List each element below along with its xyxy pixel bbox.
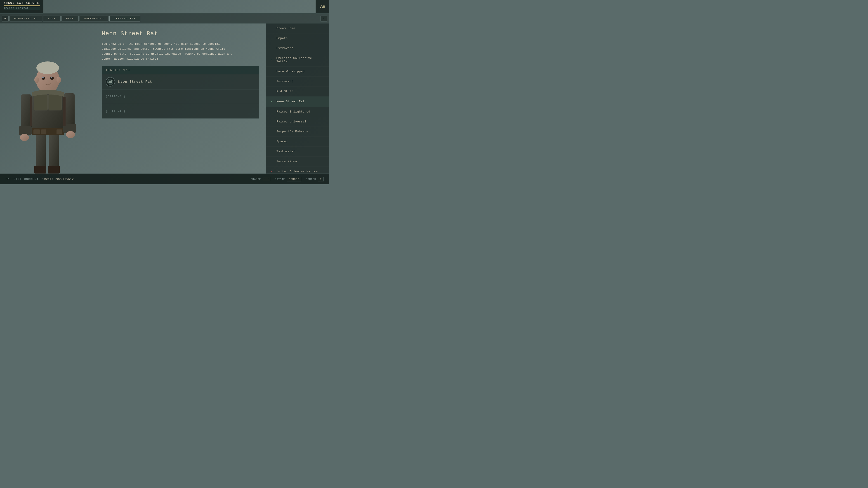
trait-list-item-label: Neon Street Rat	[276, 100, 305, 103]
traits-panel: TRAITS: 1/3	[102, 66, 259, 119]
trait-list-item-label: Raised Universal	[276, 120, 307, 123]
trait-slot-2[interactable]: {OPTIONAL}	[102, 90, 259, 104]
x-icon: ✕	[271, 170, 274, 173]
tab-face[interactable]: FACE	[61, 15, 79, 22]
trait-list-item[interactable]: ✓Neon Street Rat	[266, 96, 329, 107]
footer-controls: CHANGE ← → ROTATE MOUSE2 FINISH R	[251, 177, 324, 182]
trait-list-item[interactable]: Raised Universal	[266, 117, 329, 127]
trait-list-item-label: Empath	[276, 37, 288, 40]
trait-list-item-label: Extrovert	[276, 46, 293, 50]
tab-traits[interactable]: TRAITS: 1/3	[110, 15, 141, 22]
svg-point-26	[57, 76, 61, 83]
svg-rect-6	[49, 94, 61, 110]
trait-list-item[interactable]: Serpent's Embrace	[266, 127, 329, 137]
svg-point-25	[34, 76, 39, 83]
trait-list-item[interactable]: Hero Worshipped	[266, 67, 329, 76]
trait-list-item-label: Spaced	[276, 140, 288, 143]
record-locator: RECORD LOCATOR	[4, 7, 40, 10]
check-icon: ✓	[271, 100, 274, 103]
trait-list-item[interactable]: Spaced	[266, 137, 329, 147]
header: ARGOS EXTRACTORS RECORD LOCATOR AE	[0, 0, 329, 13]
trait-list-item-label: Terra Firma	[276, 160, 297, 163]
svg-rect-1	[49, 133, 59, 171]
svg-rect-5	[34, 94, 48, 110]
trait-title: Neon Street Rat	[102, 30, 259, 37]
finish-label: FINISH	[306, 178, 316, 181]
trait-list-item[interactable]: ✕United Colonies Native	[266, 166, 329, 173]
svg-rect-10	[57, 129, 62, 134]
svg-rect-27	[30, 97, 32, 126]
employee-label: EMPLOYEE NUMBER:	[5, 177, 39, 181]
rotate-key[interactable]: MOUSE2	[287, 177, 301, 182]
finish-key[interactable]: R	[318, 177, 324, 182]
character-figure	[9, 42, 86, 173]
svg-rect-2	[34, 166, 46, 173]
trait-list-item[interactable]: ✕Freestar Collective Settler	[266, 53, 329, 67]
trait-list-item[interactable]: Raised Enlightened	[266, 107, 329, 117]
trait-list-item-label: Freestar Collective Settler	[276, 57, 324, 63]
trait-description: You grew up on the mean streets of Neon.…	[102, 41, 233, 61]
main-content: Neon Street Rat You grew up on the mean …	[0, 24, 329, 173]
trait-list-item-label: Raised Enlightened	[276, 110, 310, 113]
tab-body[interactable]: BODY	[43, 15, 60, 22]
svg-point-19	[36, 61, 59, 74]
trait-list-item[interactable]: Kid Stuff	[266, 87, 329, 96]
trait-list-container: Dream HomeEmpathExtrovert✕Freestar Colle…	[266, 24, 329, 173]
trait-list-item-label: Taskmaster	[276, 150, 295, 153]
trait-list-item[interactable]: Dream Home	[266, 24, 329, 33]
character-silhouette	[0, 24, 95, 173]
trait-list-item-label: United Colonies Native	[276, 170, 318, 173]
header-left: ARGOS EXTRACTORS RECORD LOCATOR	[0, 0, 43, 13]
trait-list-item-label: Kid Stuff	[276, 90, 293, 93]
nav-right-key[interactable]: T	[320, 15, 327, 22]
trait-slot-1-name: Neon Street Rat	[118, 80, 152, 84]
trait-list-item[interactable]: Extrovert	[266, 43, 329, 53]
svg-point-13	[20, 134, 29, 141]
header-bar	[4, 5, 40, 6]
trait-list-panel: Dream HomeEmpathExtrovert✕Freestar Colle…	[266, 24, 329, 173]
character-panel	[0, 24, 95, 173]
footer-change-control: CHANGE ← →	[251, 177, 270, 181]
company-name: ARGOS EXTRACTORS	[4, 1, 40, 5]
nav-left-key[interactable]: 0	[2, 15, 8, 22]
tab-biometric-id[interactable]: BIOMETRIC ID	[9, 15, 42, 22]
svg-rect-12	[19, 126, 32, 135]
svg-rect-28	[63, 97, 66, 126]
svg-rect-3	[48, 166, 60, 173]
trait-list-item-label: Serpent's Embrace	[276, 130, 308, 133]
info-panel: Neon Street Rat You grew up on the mean …	[95, 24, 266, 173]
trait-slot-2-name: {OPTIONAL}	[105, 95, 125, 98]
employee-value: 190514-2009140512	[42, 177, 74, 181]
change-keys[interactable]: ← →	[263, 177, 270, 181]
footer-finish-control: FINISH R	[306, 177, 324, 182]
svg-point-33	[112, 80, 112, 81]
traits-panel-header: TRAITS: 1/3	[102, 66, 259, 74]
nav-tabs: 0 BIOMETRIC ID BODY FACE BACKGROUND TRAI…	[0, 13, 329, 24]
trait-list-item-label: Dream Home	[276, 27, 295, 30]
rotate-label: ROTATE	[275, 178, 285, 181]
trait-slot-3[interactable]: {OPTIONAL}	[102, 104, 259, 119]
svg-point-23	[51, 77, 52, 78]
x-icon: ✕	[271, 58, 274, 62]
ae-logo: AE	[315, 0, 329, 13]
trait-list-item[interactable]: Introvert	[266, 76, 329, 87]
neon-rat-icon	[107, 78, 114, 85]
trait-list-item-label: Introvert	[276, 80, 293, 83]
trait-list-item[interactable]: Taskmaster	[266, 147, 329, 157]
footer: EMPLOYEE NUMBER: 190514-2009140512 CHANG…	[0, 173, 329, 184]
trait-slot-1[interactable]: Neon Street Rat	[102, 74, 259, 90]
svg-rect-8	[33, 129, 40, 134]
trait-slot-3-name: {OPTIONAL}	[105, 109, 125, 113]
change-label: CHANGE	[251, 178, 261, 181]
svg-point-16	[66, 131, 75, 138]
trait-slot-1-icon	[105, 77, 115, 87]
svg-rect-0	[36, 133, 46, 171]
trait-list-item[interactable]: Empath	[266, 33, 329, 43]
tab-background[interactable]: BACKGROUND	[80, 15, 108, 22]
trait-list-item[interactable]: Terra Firma	[266, 157, 329, 166]
footer-rotate-control: ROTATE MOUSE2	[275, 177, 301, 182]
svg-point-22	[42, 77, 43, 78]
svg-point-24	[47, 80, 49, 83]
trait-list-item-label: Hero Worshipped	[276, 70, 305, 73]
svg-rect-9	[41, 129, 46, 134]
